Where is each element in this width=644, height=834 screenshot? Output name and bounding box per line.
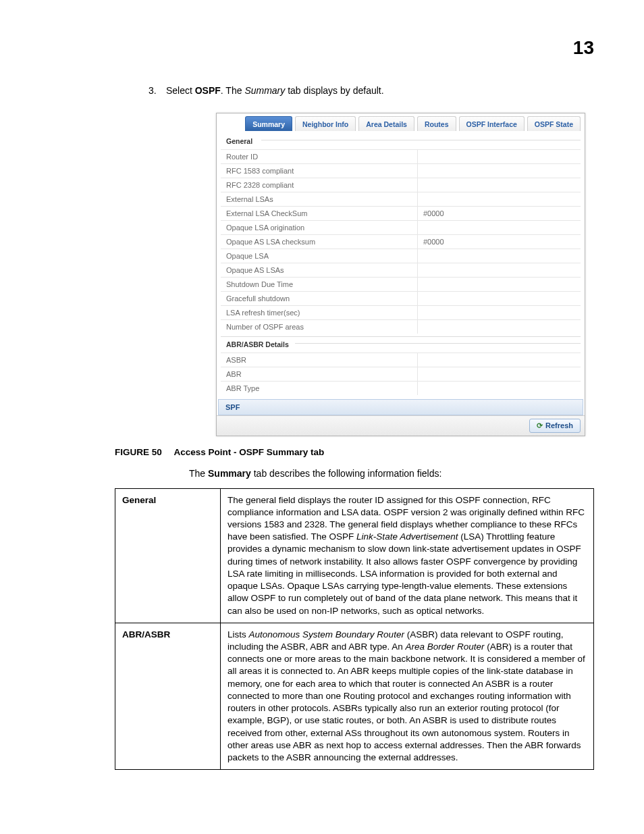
general-row: External LSAs (221, 192, 581, 206)
row-value (417, 221, 581, 234)
general-row: RFC 1583 compliant (221, 163, 581, 178)
tab-ospf-interface[interactable]: OSPF Interface (459, 116, 525, 131)
row-label: Number of OSPF areas (221, 320, 417, 334)
row-value (417, 263, 581, 277)
row-label: ABR (221, 367, 417, 381)
definition-row: ABR/ASBRLists Autonomous System Boundary… (115, 623, 594, 769)
definition-body: Lists Autonomous System Boundary Router … (221, 623, 594, 769)
row-value (417, 382, 581, 395)
figure-caption: FIGURE 50 Access Point - OSPF Summary ta… (115, 447, 594, 457)
tab-ospf-state[interactable]: OSPF State (527, 116, 581, 131)
row-value (417, 353, 581, 367)
general-row: Opaque AS LSAs (221, 263, 581, 277)
row-value (417, 192, 581, 206)
refresh-icon: ⟳ (537, 421, 543, 430)
tab-bar: SummaryNeighbor InfoArea DetailsRoutesOS… (217, 113, 585, 131)
general-row: Number of OSPF areas (221, 319, 581, 334)
row-label: RFC 1583 compliant (221, 164, 417, 178)
definition-term: ABR/ASBR (115, 623, 221, 769)
figure-text: Access Point - OSPF Summary tab (174, 447, 325, 457)
general-row: Opaque LSA origination (221, 220, 581, 234)
page-number: 13 (573, 37, 594, 59)
row-value: #0000 (417, 235, 581, 249)
row-value (417, 278, 581, 291)
row-label: Opaque AS LSA checksum (221, 235, 417, 249)
section-spf[interactable]: SPF (218, 399, 583, 415)
section-general: General (221, 134, 581, 147)
tab-neighbor-info[interactable]: Neighbor Info (295, 116, 356, 131)
row-value (417, 367, 581, 381)
tab-summary[interactable]: Summary (245, 116, 292, 131)
row-label: Opaque LSA origination (221, 221, 417, 234)
row-label: Opaque LSA (221, 249, 417, 263)
general-row: Router ID (221, 149, 581, 163)
instruction-step: 3. Select OSPF. The Summary tab displays… (149, 84, 594, 98)
abr-asbr-row: ABR Type (221, 381, 581, 395)
row-label: External LSAs (221, 192, 417, 206)
row-label: ASBR (221, 353, 417, 367)
definition-body: The general field displays the router ID… (221, 488, 594, 623)
row-value (417, 178, 581, 192)
general-row: RFC 2328 compliant (221, 178, 581, 192)
row-label: External LSA CheckSum (221, 207, 417, 220)
refresh-button[interactable]: ⟳ Refresh (529, 419, 581, 433)
row-label: LSA refresh timer(sec) (221, 306, 417, 319)
panel-footer: ⟳ Refresh (217, 415, 585, 436)
row-value (417, 164, 581, 178)
definition-row: GeneralThe general field displays the ro… (115, 488, 594, 623)
abr-asbr-row: ABR (221, 367, 581, 381)
summary-sentence: The Summary tab describes the following … (189, 468, 594, 479)
general-row: Opaque LSA (221, 249, 581, 263)
row-value: #0000 (417, 207, 581, 220)
row-value (417, 249, 581, 263)
row-label: RFC 2328 compliant (221, 178, 417, 192)
row-label: Gracefull shutdown (221, 292, 417, 305)
ospf-summary-panel: SummaryNeighbor InfoArea DetailsRoutesOS… (216, 113, 585, 436)
section-abr-asbr: ABR/ASBR Details (221, 336, 581, 350)
general-row: Gracefull shutdown (221, 291, 581, 305)
general-row: Shutdown Due Time (221, 277, 581, 291)
figure-label: FIGURE 50 (115, 447, 162, 457)
general-row: Opaque AS LSA checksum#0000 (221, 234, 581, 249)
row-label: Shutdown Due Time (221, 278, 417, 291)
abr-asbr-row: ASBR (221, 353, 581, 367)
step-index: 3. (149, 84, 163, 98)
definition-table: GeneralThe general field displays the ro… (115, 488, 594, 771)
row-value (417, 292, 581, 305)
row-value (417, 306, 581, 319)
row-label: ABR Type (221, 382, 417, 395)
instruction-italic: Summary (244, 85, 285, 96)
general-row: External LSA CheckSum#0000 (221, 206, 581, 220)
row-value (417, 150, 581, 163)
row-label: Opaque AS LSAs (221, 263, 417, 277)
definition-term: General (115, 488, 221, 623)
row-label: Router ID (221, 150, 417, 163)
refresh-label: Refresh (545, 421, 573, 429)
row-value (417, 320, 581, 334)
tab-routes[interactable]: Routes (417, 116, 456, 131)
tab-area-details[interactable]: Area Details (358, 116, 414, 131)
instruction-bold: OSPF (195, 85, 221, 96)
general-row: LSA refresh timer(sec) (221, 305, 581, 319)
